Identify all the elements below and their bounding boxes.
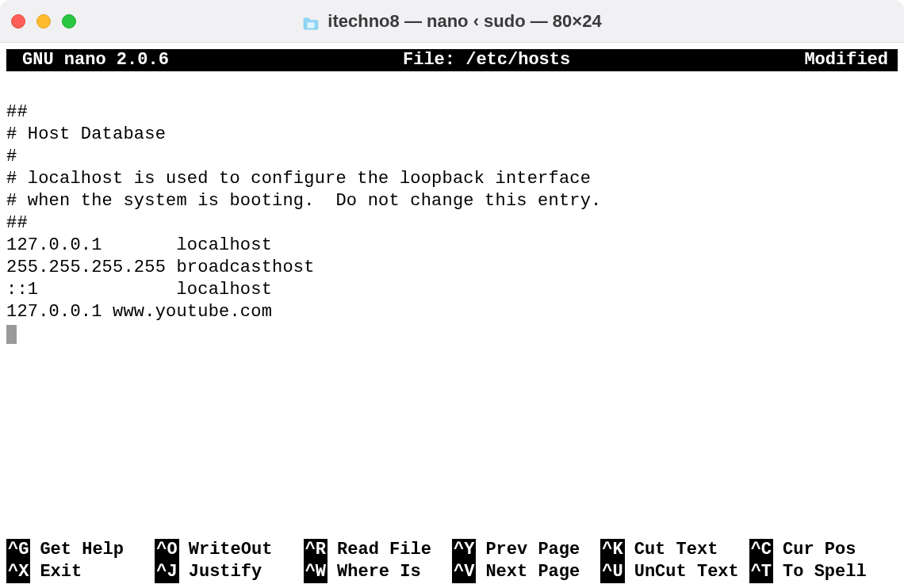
- nano-file-label: File: /etc/hosts: [169, 49, 805, 71]
- shortcut-next-page[interactable]: ^VNext Page: [452, 561, 600, 583]
- shortcut-label: Read File: [328, 539, 431, 561]
- window-title-text: itechno8 — nano ‹ sudo — 80×24: [328, 10, 601, 32]
- folder-icon: [302, 14, 320, 29]
- window-titlebar: itechno8 — nano ‹ sudo — 80×24: [0, 0, 904, 43]
- shortcut-label: UnCut Text: [625, 561, 739, 583]
- shortcut-to-spell[interactable]: ^TTo Spell: [749, 561, 898, 583]
- svg-rect-0: [308, 22, 315, 28]
- shortcut-key: ^W: [304, 561, 328, 583]
- nano-modified-status: Modified: [804, 49, 896, 71]
- nano-header: GNU nano 2.0.6 File: /etc/hosts Modified: [6, 49, 898, 71]
- file-line: # when the system is booting. Do not cha…: [6, 191, 602, 211]
- shortcut-label: To Spell: [773, 561, 867, 583]
- file-line: ##: [6, 102, 28, 122]
- file-line: 127.0.0.1 localhost: [6, 235, 272, 255]
- file-line: ::1 localhost: [6, 280, 272, 300]
- text-cursor: [6, 325, 17, 344]
- shortcut-cut-text[interactable]: ^KCut Text: [600, 539, 749, 561]
- file-line: #: [6, 147, 17, 166]
- nano-app-version: GNU nano 2.0.6: [8, 49, 169, 71]
- shortcut-prev-page[interactable]: ^YPrev Page: [452, 539, 600, 561]
- shortcut-justify[interactable]: ^JJustify: [155, 561, 303, 583]
- shortcut-key: ^K: [600, 539, 624, 561]
- minimize-button[interactable]: [36, 14, 51, 29]
- shortcut-key: ^R: [304, 539, 328, 561]
- shortcut-key: ^J: [155, 561, 178, 583]
- shortcut-key: ^V: [452, 561, 476, 583]
- shortcut-uncut-text[interactable]: ^UUnCut Text: [600, 561, 749, 583]
- file-line: 255.255.255.255 broadcasthost: [6, 258, 315, 277]
- shortcut-key: ^O: [155, 539, 178, 561]
- shortcut-key: ^Y: [452, 539, 476, 561]
- shortcut-key: ^T: [749, 561, 773, 583]
- shortcut-label: Where Is: [328, 561, 421, 583]
- shortcut-row-1: ^GGet Help ^OWriteOut ^RRead File ^YPrev…: [6, 539, 898, 561]
- shortcut-key: ^X: [6, 561, 30, 583]
- shortcut-label: Cur Pos: [773, 539, 856, 561]
- window-title: itechno8 — nano ‹ sudo — 80×24: [0, 10, 904, 32]
- file-line: # localhost is used to configure the loo…: [6, 169, 591, 189]
- traffic-lights: [11, 14, 76, 29]
- editor-content[interactable]: ## # Host Database # # localhost is used…: [0, 71, 904, 346]
- shortcut-get-help[interactable]: ^GGet Help: [6, 539, 155, 561]
- shortcut-read-file[interactable]: ^RRead File: [304, 539, 452, 561]
- shortcut-exit[interactable]: ^XExit: [6, 561, 155, 583]
- shortcut-label: Cut Text: [625, 539, 718, 561]
- nano-shortcut-bar: ^GGet Help ^OWriteOut ^RRead File ^YPrev…: [6, 539, 898, 583]
- shortcut-label: Justify: [179, 561, 262, 583]
- shortcut-key: ^G: [6, 539, 30, 561]
- file-line: # Host Database: [6, 124, 166, 144]
- maximize-button[interactable]: [62, 14, 76, 29]
- shortcut-label: Exit: [30, 561, 82, 583]
- shortcut-label: Prev Page: [476, 539, 580, 561]
- close-button[interactable]: [11, 14, 25, 29]
- shortcut-key: ^C: [749, 539, 773, 561]
- shortcut-where-is[interactable]: ^WWhere Is: [304, 561, 452, 583]
- shortcut-label: WriteOut: [179, 539, 273, 561]
- shortcut-writeout[interactable]: ^OWriteOut: [155, 539, 303, 561]
- shortcut-row-2: ^XExit ^JJustify ^WWhere Is ^VNext Page …: [6, 561, 898, 583]
- shortcut-label: Get Help: [30, 539, 124, 561]
- shortcut-label: Next Page: [476, 561, 580, 583]
- file-line: 127.0.0.1 www.youtube.com: [6, 302, 272, 322]
- shortcut-key: ^U: [600, 561, 624, 583]
- shortcut-cur-pos[interactable]: ^CCur Pos: [749, 539, 898, 561]
- file-line: ##: [6, 213, 28, 233]
